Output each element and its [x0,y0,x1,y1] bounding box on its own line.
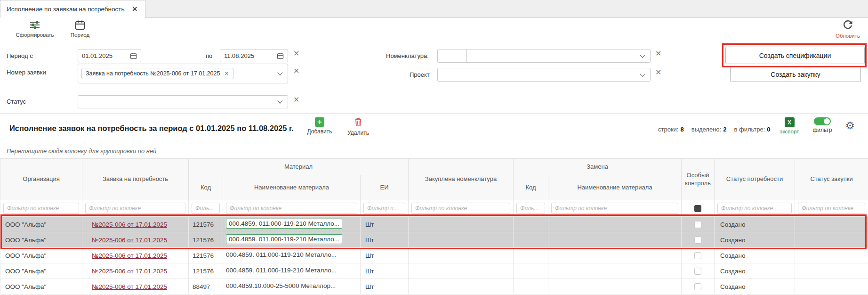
tab-requests-execution[interactable]: Исполнение по заявкам на потребность ✕ [0,0,145,18]
period-from-input[interactable] [78,49,141,62]
column-filter-input[interactable] [3,203,79,214]
table-row[interactable]: ООО "Альфа"№2025-006 от 17.01.2025121576… [0,248,868,263]
request-tag: Заявка на потребность №2025-006 от 17.01… [81,68,233,79]
period-button[interactable]: Период [65,20,95,38]
filter-cell [82,200,189,217]
cell-purchased-nomenclature [409,279,514,295]
period-to-input[interactable] [220,49,288,62]
special-control-checkbox[interactable] [694,221,701,228]
add-button[interactable]: + Добавить [305,117,334,135]
col-header-organization[interactable]: Организация [0,159,82,200]
cell-replacement-code [514,263,548,279]
toggle-on-icon[interactable] [814,117,831,125]
column-filter-input[interactable] [85,203,185,214]
period-label: Период [71,32,89,38]
generate-button[interactable]: Сформировать [12,20,57,38]
col-header-request[interactable]: Заявка на потребность [82,159,189,200]
cell-material-code: 121576 [189,248,223,263]
column-filter-input[interactable] [192,203,220,214]
period-from-label: Период с [7,52,33,59]
request-number-combo[interactable]: Заявка на потребность №2025-006 от 17.01… [78,64,288,83]
cell-replacement-code [514,279,548,295]
col-header-status-purchase[interactable]: Статус закупки [795,159,868,200]
col-header-purchased-nomenclature[interactable]: Закуплена номенклатура [409,159,514,200]
filter-cell [361,200,409,217]
col-header-replacement-code[interactable]: Код [514,175,548,200]
table-row[interactable]: ООО "Альфа"№2025-006 от 17.01.2025121576… [0,232,868,248]
period-clear-icon[interactable]: ✕ [293,50,299,57]
period-to-value[interactable] [224,52,277,59]
tab-close-icon[interactable]: ✕ [132,5,138,13]
filter-toggle-button[interactable]: фильтр [809,117,836,133]
request-link[interactable]: №2025-006 от 17.01.2025 [92,252,167,259]
request-link[interactable]: №2025-006 от 17.01.2025 [92,237,167,244]
column-filter-input[interactable] [226,203,357,214]
cell-material-code: 121576 [189,263,223,279]
project-clear-icon[interactable]: ✕ [655,69,661,76]
delete-button[interactable]: Удалить [344,117,373,136]
request-clear-icon[interactable]: ✕ [293,67,299,75]
special-control-checkbox[interactable] [694,237,701,244]
filter-cell [514,200,548,217]
column-filter-input[interactable] [717,203,792,214]
chevron-down-icon[interactable] [277,70,282,75]
nomenclature-clear-icon[interactable]: ✕ [655,50,661,57]
nomenclature-prefix-input[interactable] [438,49,467,62]
column-filter-input[interactable] [411,203,510,214]
nomenclature-combo[interactable] [437,49,651,63]
grid-title: Исполнение заявок на потребность за пери… [9,124,294,133]
cell-replacement-name [548,217,682,232]
col-header-replacement-name[interactable]: Наименование материала [548,175,682,200]
col-header-status-need[interactable]: Статус потребности [715,159,795,200]
cell-status-need: Создано [715,263,795,279]
band-header-replacement[interactable]: Замена [514,159,682,175]
column-filter-input[interactable] [551,203,678,214]
calendar-icon[interactable] [277,52,284,59]
chevron-down-icon[interactable] [640,52,645,57]
calendar-icon[interactable] [130,52,137,59]
table-row[interactable]: ООО "Альфа"№2025-006 от 17.01.2025121576… [0,217,868,232]
status-label: Статус [7,98,26,105]
special-control-filter-checkbox[interactable] [694,205,701,212]
request-link[interactable]: №2025-006 от 17.01.2025 [92,221,167,228]
column-filter-input[interactable] [363,203,405,214]
create-purchase-button[interactable]: Создать закупку [730,66,861,82]
band-header-material[interactable]: Материал [189,159,409,175]
column-filter-input[interactable] [516,203,545,214]
request-link[interactable]: №2025-006 от 17.01.2025 [92,268,167,275]
refresh-icon [842,20,853,32]
special-control-checkbox[interactable] [694,283,701,290]
chevron-down-icon[interactable] [277,98,282,103]
export-button[interactable]: X экспорт [776,117,803,134]
gear-icon[interactable]: ⚙ [845,121,855,131]
status-combo[interactable] [78,95,288,108]
cell-unit: Шт [361,248,409,263]
col-header-unit[interactable]: ЕИ [361,175,409,200]
col-header-material-code[interactable]: Код [189,175,223,200]
cell-status-purchase [795,232,868,248]
column-filter-input[interactable] [798,203,865,214]
special-control-checkbox[interactable] [694,268,701,275]
table-row[interactable]: ООО "Альфа"№2025-006 от 17.01.2025884970… [0,279,868,295]
create-specifications-button[interactable]: Создать спецификации [725,47,865,64]
cell-special-control [682,248,715,263]
project-combo[interactable] [437,68,651,82]
table-row[interactable]: ООО "Альфа"№2025-006 от 17.01.2025121576… [0,263,868,279]
request-link[interactable]: №2025-006 от 17.01.2025 [92,283,167,290]
period-from-value[interactable] [82,52,130,59]
cell-status-need: Создано [715,248,795,263]
status-clear-icon[interactable]: ✕ [293,96,299,104]
col-header-material-name[interactable]: Наименование материала [223,175,361,200]
cell-status-purchase [795,279,868,295]
data-grid: Организация Заявка на потребность Матери… [0,158,868,295]
group-by-hint: Перетащите сюда колонку для группировки … [0,143,868,158]
col-header-special-control[interactable]: Особый контроль [682,159,715,200]
chevron-down-icon[interactable] [640,71,645,76]
request-tag-remove-icon[interactable]: ✕ [224,70,229,77]
cell-replacement-code [514,232,548,248]
request-number-label: Номер заявки [7,69,46,76]
cell-special-control [682,217,715,232]
cell-material-code: 121576 [189,217,223,232]
refresh-button[interactable]: Обновить [832,20,863,39]
special-control-checkbox[interactable] [694,252,701,259]
